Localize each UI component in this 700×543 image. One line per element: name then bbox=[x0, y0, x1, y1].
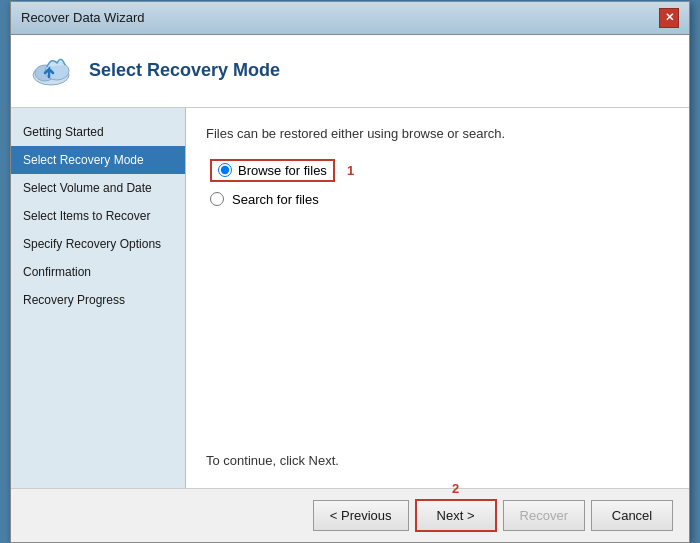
step-2-number: 2 bbox=[452, 481, 459, 496]
main-content: Files can be restored either using brows… bbox=[186, 108, 689, 488]
radio-group: Browse for files 1 Search for files bbox=[210, 159, 669, 207]
recover-button[interactable]: Recover bbox=[503, 500, 585, 531]
search-radio[interactable] bbox=[210, 192, 224, 206]
next-button[interactable]: Next > bbox=[415, 499, 497, 532]
close-button[interactable]: ✕ bbox=[659, 8, 679, 28]
sidebar-item-recovery-mode[interactable]: Select Recovery Mode bbox=[11, 146, 185, 174]
wizard-content: Getting Started Select Recovery Mode Sel… bbox=[11, 108, 689, 488]
browse-label: Browse for files bbox=[238, 163, 327, 178]
browse-option[interactable]: Browse for files 1 bbox=[210, 159, 669, 182]
browse-option-highlight: Browse for files bbox=[210, 159, 335, 182]
search-label: Search for files bbox=[232, 192, 319, 207]
sidebar-item-getting-started[interactable]: Getting Started bbox=[11, 118, 185, 146]
footer-buttons: < Previous 2 Next > Recover Cancel bbox=[11, 488, 689, 542]
continue-text: To continue, click Next. bbox=[206, 453, 339, 468]
instruction-text: Files can be restored either using brows… bbox=[206, 126, 669, 141]
browse-radio[interactable] bbox=[218, 163, 232, 177]
sidebar-item-recovery-progress[interactable]: Recovery Progress bbox=[11, 286, 185, 314]
search-option[interactable]: Search for files bbox=[210, 192, 669, 207]
cancel-button[interactable]: Cancel bbox=[591, 500, 673, 531]
page-title: Select Recovery Mode bbox=[89, 60, 280, 81]
wizard-header: Select Recovery Mode bbox=[11, 35, 689, 108]
previous-button[interactable]: < Previous bbox=[313, 500, 409, 531]
sidebar-item-volume-date[interactable]: Select Volume and Date bbox=[11, 174, 185, 202]
next-btn-wrapper: 2 Next > bbox=[415, 499, 497, 532]
sidebar-item-confirmation[interactable]: Confirmation bbox=[11, 258, 185, 286]
sidebar-item-recovery-options[interactable]: Specify Recovery Options bbox=[11, 230, 185, 258]
sidebar-item-items-recover[interactable]: Select Items to Recover bbox=[11, 202, 185, 230]
sidebar: Getting Started Select Recovery Mode Sel… bbox=[11, 108, 186, 488]
wizard-window: Recover Data Wizard ✕ Select Recovery Mo… bbox=[10, 1, 690, 543]
step-1-number: 1 bbox=[347, 163, 354, 178]
window-title: Recover Data Wizard bbox=[21, 10, 145, 25]
title-bar: Recover Data Wizard ✕ bbox=[11, 2, 689, 35]
recovery-icon bbox=[27, 47, 75, 95]
